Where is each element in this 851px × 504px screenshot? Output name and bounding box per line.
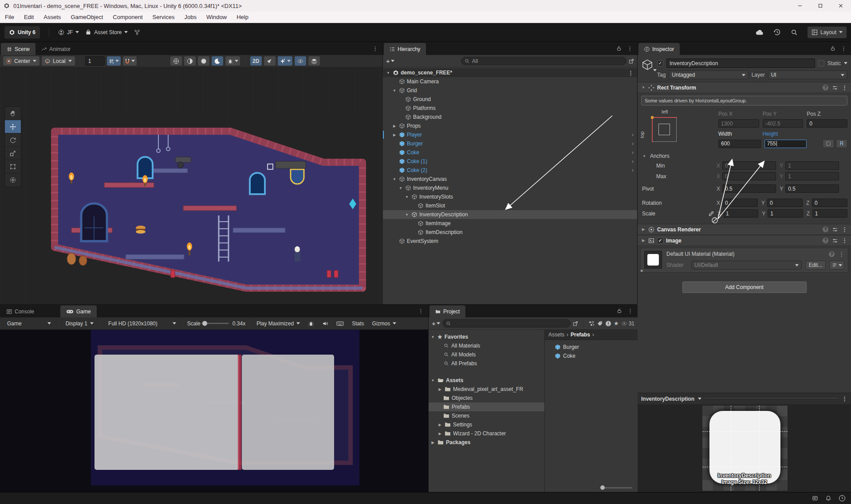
expander[interactable]: ▼ bbox=[430, 379, 435, 383]
folder-prefabs[interactable]: Prefabs bbox=[429, 402, 544, 411]
background-tasks-icon[interactable] bbox=[839, 495, 846, 502]
tab-project[interactable]: Project bbox=[429, 305, 465, 317]
scale-slider-knob[interactable] bbox=[202, 321, 207, 326]
tab-scene[interactable]: Scene bbox=[1, 43, 35, 55]
thumbnail-size-knob[interactable] bbox=[600, 485, 605, 490]
favorite-filter-icon[interactable]: ★ bbox=[614, 320, 619, 327]
maximize-button[interactable] bbox=[810, 0, 831, 12]
search-by-label-icon[interactable] bbox=[597, 320, 603, 327]
visibility-toggle[interactable]: 31 bbox=[621, 320, 634, 327]
search-icon[interactable] bbox=[791, 29, 798, 36]
packages-root[interactable]: ▶Packages bbox=[429, 438, 544, 447]
menu-assets[interactable]: Assets bbox=[39, 12, 66, 23]
open-new-window-icon[interactable] bbox=[629, 59, 634, 64]
grid-size-field[interactable]: 1 bbox=[85, 56, 105, 66]
snap-increment-button[interactable] bbox=[123, 56, 137, 66]
stats-button[interactable]: Stats bbox=[348, 319, 367, 328]
expander[interactable]: ▶ bbox=[437, 432, 442, 436]
presets-icon[interactable] bbox=[832, 238, 838, 243]
display-target-dropdown[interactable]: Game bbox=[4, 319, 55, 328]
help-icon[interactable]: ? bbox=[823, 85, 828, 90]
lock-icon[interactable] bbox=[616, 46, 622, 51]
layer-dropdown[interactable]: UI bbox=[768, 70, 847, 79]
display-dropdown[interactable]: Display 1 bbox=[62, 319, 97, 328]
hierarchy-row-inventorycanvas[interactable]: ▼InventoryCanvas bbox=[383, 175, 637, 184]
hierarchy-row-player[interactable]: ▶Player› bbox=[383, 130, 637, 139]
expander[interactable]: ▼ bbox=[386, 71, 391, 75]
orientation-dropdown[interactable]: Local bbox=[42, 56, 75, 66]
pivot-y-field[interactable]: 0.5 bbox=[785, 184, 839, 193]
expander[interactable]: ▼ bbox=[404, 195, 410, 199]
vsync-button[interactable] bbox=[333, 319, 347, 328]
shader-dropdown[interactable]: UI/Default bbox=[691, 261, 802, 270]
scale-slider[interactable] bbox=[201, 323, 229, 324]
pivot-mode-dropdown[interactable]: Center bbox=[3, 56, 39, 66]
hierarchy-search-input[interactable]: All bbox=[461, 57, 626, 65]
hierarchy-row-inventorymenu[interactable]: ▼InventoryMenu bbox=[383, 184, 637, 192]
preview-menu-icon[interactable]: ⋮ bbox=[842, 396, 847, 402]
prefab-open-chevron[interactable]: › bbox=[632, 167, 634, 173]
hand-tool[interactable] bbox=[5, 107, 21, 120]
component-menu-icon[interactable]: ⋮ bbox=[842, 85, 847, 90]
rotation-y-field[interactable]: 0 bbox=[767, 199, 803, 207]
expander[interactable]: ▶ bbox=[392, 133, 397, 137]
hierarchy-row-eventsystem[interactable]: EventSystem bbox=[383, 237, 637, 246]
game-menu-icon[interactable]: ⋮ bbox=[418, 308, 424, 314]
account-dropdown[interactable]: JF bbox=[58, 29, 79, 35]
shading-shaded-button[interactable] bbox=[198, 56, 209, 66]
breadcrumb-root[interactable]: Assets bbox=[548, 332, 564, 338]
hierarchy-row-itemimage[interactable]: ItemImage bbox=[383, 219, 637, 228]
transform-tool[interactable] bbox=[5, 173, 21, 187]
menu-help[interactable]: Help bbox=[232, 12, 253, 23]
effects-button[interactable] bbox=[278, 56, 292, 66]
menu-component[interactable]: Component bbox=[108, 12, 147, 23]
2d-mode-button[interactable]: 2D bbox=[250, 56, 262, 66]
presets-icon[interactable] bbox=[832, 85, 838, 90]
material-menu-icon[interactable]: ⋮ bbox=[839, 251, 844, 257]
scale-y-field[interactable]: 1 bbox=[768, 209, 803, 218]
scale-z-field[interactable]: 1 bbox=[812, 209, 847, 218]
favorite-all-prefabs[interactable]: All Prefabs bbox=[429, 359, 544, 368]
expander[interactable]: ▼ bbox=[392, 177, 397, 181]
component-menu-icon[interactable]: ⋮ bbox=[842, 227, 847, 232]
version-control-icon[interactable] bbox=[134, 29, 140, 35]
debug-button[interactable] bbox=[304, 319, 318, 328]
expander[interactable]: ▼ bbox=[398, 186, 403, 190]
layers-button[interactable] bbox=[308, 56, 320, 66]
hierarchy-row-coke-1[interactable]: Coke (1)› bbox=[383, 157, 637, 166]
expander[interactable]: ▶ bbox=[641, 238, 646, 242]
shading-mixed-button[interactable] bbox=[184, 56, 196, 66]
console-message-icon[interactable] bbox=[812, 495, 818, 501]
help-icon[interactable]: ? bbox=[823, 227, 828, 232]
image-header[interactable]: ▶ ✓ Image ?⋮ bbox=[638, 235, 851, 246]
pivot-x-field[interactable]: 0.5 bbox=[722, 184, 776, 193]
asset-coke[interactable]: Coke bbox=[545, 352, 638, 360]
tab-game[interactable]: Game bbox=[60, 305, 97, 317]
alert-filter-icon[interactable] bbox=[605, 320, 611, 327]
image-enabled-checkbox[interactable]: ✓ bbox=[657, 238, 663, 244]
gameobject-icon-large[interactable] bbox=[641, 59, 654, 72]
folder-scenes[interactable]: Scenes bbox=[429, 411, 544, 420]
lock-icon[interactable] bbox=[617, 308, 622, 313]
canvas-renderer-header[interactable]: ▶ Canvas Renderer ?⋮ bbox=[638, 224, 851, 235]
layout-dropdown[interactable]: Layout bbox=[808, 27, 847, 38]
asset-store-dropdown[interactable]: Asset Store bbox=[85, 29, 128, 35]
inspector-menu-icon[interactable]: ⋮ bbox=[841, 46, 847, 51]
menu-edit[interactable]: Edit bbox=[19, 12, 39, 23]
material-thumbnail[interactable] bbox=[644, 251, 662, 269]
hierarchy-row-itemslot[interactable]: ItemSlot bbox=[383, 201, 637, 210]
scale-x-field[interactable]: 1 bbox=[723, 209, 758, 218]
project-menu-icon[interactable]: ⋮ bbox=[627, 308, 633, 314]
rect-transform-header[interactable]: ▼ Rect Transform ? ⋮ bbox=[638, 82, 851, 93]
scene-menu-icon[interactable]: ⋮ bbox=[372, 46, 378, 51]
folder-medieval[interactable]: ▶Medieval_pixel_art_asset_FR bbox=[429, 385, 544, 394]
expander[interactable]: ▶ bbox=[641, 227, 646, 231]
prefab-open-chevron[interactable]: › bbox=[632, 132, 634, 138]
hierarchy-row-props[interactable]: ▶Props bbox=[383, 121, 637, 130]
hierarchy-row-inventorydescription[interactable]: ▼InventoryDescription bbox=[383, 210, 637, 219]
expander[interactable]: ▶ bbox=[430, 441, 435, 445]
assets-root[interactable]: ▼Assets bbox=[429, 376, 544, 385]
expander[interactable]: ▶ bbox=[437, 423, 442, 427]
rotation-x-field[interactable]: 0 bbox=[722, 199, 758, 207]
scene-row-menu-icon[interactable]: ⋮ bbox=[628, 70, 634, 76]
